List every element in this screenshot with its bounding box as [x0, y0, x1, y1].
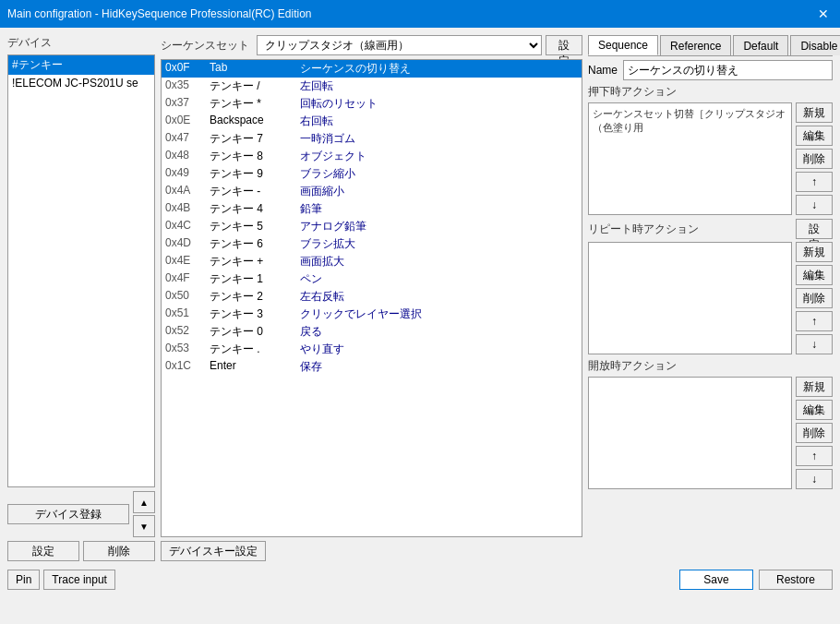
table-row[interactable]: 0x50 テンキー 2 左右反転 [162, 288, 582, 306]
table-row[interactable]: 0x51 テンキー 3 クリックでレイヤー選択 [162, 306, 582, 323]
repeat-down-button[interactable]: ↓ [796, 334, 833, 354]
release-action-area: 新規 編集 削除 ↑ ↓ [588, 377, 833, 489]
title-bar: Main configration - HidKeySequence Profe… [0, 0, 840, 28]
device-arrow-col: ▲ ▼ [133, 491, 155, 537]
top-row: デバイス #テンキー!ELECOM JC-PS201U se デバイス登録 ▲ … [7, 35, 833, 561]
table-row[interactable]: 0x37 テンキー * 回転のリセット [162, 95, 582, 113]
trace-input-button[interactable]: Trace input [43, 570, 115, 590]
repeat-action-area: 新規 編集 削除 ↑ ↓ [588, 242, 833, 354]
table-row[interactable]: 0x4A テンキー - 画面縮小 [162, 183, 582, 200]
release-delete-button[interactable]: 削除 [796, 423, 833, 443]
press-edit-button[interactable]: 編集 [796, 126, 833, 146]
main-content: デバイス #テンキー!ELECOM JC-PS201U se デバイス登録 ▲ … [0, 28, 840, 624]
release-action-label: 開放時アクション [588, 358, 833, 374]
table-row[interactable]: 0x35 テンキー / 左回転 [162, 78, 582, 95]
press-action-label: 押下時アクション [588, 84, 833, 100]
press-action-area: シーケンスセット切替［クリップスタジオ（色塗り用 新規 編集 削除 ↑ ↓ [588, 102, 833, 215]
device-row2: 設定 削除 [7, 541, 155, 561]
table-row[interactable]: 0x0E Backspace 右回転 [162, 113, 582, 130]
name-label: Name [588, 64, 618, 77]
repeat-edit-button[interactable]: 編集 [796, 265, 833, 285]
release-down-button[interactable]: ↓ [796, 469, 833, 489]
repeat-action-buttons: 新規 編集 削除 ↑ ↓ [796, 242, 833, 354]
restore-button[interactable]: Restore [759, 570, 833, 590]
table-row[interactable]: 0x53 テンキー . やり直す [162, 341, 582, 358]
pin-button[interactable]: Pin [7, 570, 40, 590]
press-down-button[interactable]: ↓ [796, 195, 833, 215]
table-row[interactable]: 0x4D テンキー 6 ブラシ拡大 [162, 235, 582, 253]
press-new-button[interactable]: 新規 [796, 102, 833, 123]
repeat-action-section: リピート時アクション 設定 新規 編集 削除 ↑ ↓ [588, 219, 833, 354]
bottom-bar: Pin Trace input Save Restore [7, 567, 833, 593]
name-input[interactable] [623, 60, 833, 80]
tab-default[interactable]: Default [733, 35, 788, 55]
release-action-text [591, 379, 789, 383]
release-action-section: 開放時アクション 新規 編集 削除 ↑ ↓ [588, 358, 833, 489]
device-delete-button[interactable]: 削除 [83, 541, 155, 561]
repeat-delete-button[interactable]: 削除 [796, 288, 833, 308]
sequence-settings-button[interactable]: 設定 [546, 35, 582, 55]
press-action-buttons: 新規 編集 削除 ↑ ↓ [796, 102, 833, 215]
device-down-button[interactable]: ▼ [133, 515, 155, 537]
device-panel-label: デバイス [7, 35, 155, 51]
table-row[interactable]: 0x49 テンキー 9 ブラシ縮小 [162, 165, 582, 183]
sequence-table[interactable]: 0x0F Tab シーケンスの切り替え 0x35 テンキー / 左回転 0x37… [161, 59, 582, 537]
repeat-new-button[interactable]: 新規 [796, 242, 833, 262]
device-row1: デバイス登録 ▲ ▼ [7, 491, 155, 537]
repeat-up-button[interactable]: ↑ [796, 311, 833, 331]
sequence-header: シーケンスセット クリップスタジオ（線画用） 設定 [161, 35, 582, 55]
tab-disable[interactable]: Disable [790, 35, 840, 55]
table-row[interactable]: 0x0F Tab シーケンスの切り替え [162, 60, 582, 78]
repeat-action-list[interactable] [588, 242, 792, 354]
register-device-button[interactable]: デバイス登録 [7, 504, 129, 524]
table-row[interactable]: 0x1C Enter 保存 [162, 358, 582, 376]
bottom-right: Save Restore [679, 570, 833, 590]
table-row[interactable]: 0x4E テンキー + 画面拡大 [162, 253, 582, 270]
device-settings-button[interactable]: 設定 [7, 541, 79, 561]
device-list[interactable]: #テンキー!ELECOM JC-PS201U se [7, 54, 155, 487]
table-row[interactable]: 0x47 テンキー 7 一時消ゴム [162, 130, 582, 148]
release-up-button[interactable]: ↑ [796, 446, 833, 466]
device-key-settings-button[interactable]: デバイスキー設定 [161, 541, 266, 561]
device-list-item[interactable]: !ELECOM JC-PS201U se [8, 75, 154, 91]
press-delete-button[interactable]: 削除 [796, 149, 833, 169]
table-row[interactable]: 0x48 テンキー 8 オブジェクト [162, 148, 582, 165]
release-new-button[interactable]: 新規 [796, 377, 833, 397]
tab-reference[interactable]: Reference [660, 35, 731, 55]
press-action-list[interactable]: シーケンスセット切替［クリップスタジオ（色塗り用 [588, 102, 792, 215]
device-panel: デバイス #テンキー!ELECOM JC-PS201U se デバイス登録 ▲ … [7, 35, 155, 561]
repeat-action-label: リピート時アクション [588, 222, 699, 237]
middle-panel: シーケンスセット クリップスタジオ（線画用） 設定 0x0F Tab シーケンス… [161, 35, 582, 561]
close-icon[interactable]: ✕ [814, 5, 833, 23]
title-text: Main configration - HidKeySequence Profe… [7, 7, 312, 20]
sequence-set-select[interactable]: クリップスタジオ（線画用） [257, 35, 542, 55]
repeat-action-text [591, 245, 789, 248]
device-buttons: デバイス登録 ▲ ▼ 設定 削除 [7, 491, 155, 561]
device-up-button[interactable]: ▲ [133, 491, 155, 513]
sequence-select-wrap: クリップスタジオ（線画用） 設定 [257, 35, 582, 55]
device-list-item[interactable]: #テンキー [8, 55, 154, 75]
release-action-buttons: 新規 編集 削除 ↑ ↓ [796, 377, 833, 489]
table-row[interactable]: 0x4B テンキー 4 鉛筆 [162, 200, 582, 218]
table-row[interactable]: 0x4F テンキー 1 ペン [162, 270, 582, 288]
repeat-settings-button[interactable]: 設定 [796, 219, 833, 239]
tab-sequence[interactable]: Sequence [588, 35, 658, 55]
sequence-set-label: シーケンスセット [161, 38, 249, 54]
save-button[interactable]: Save [679, 570, 753, 590]
table-row[interactable]: 0x4C テンキー 5 アナログ鉛筆 [162, 218, 582, 235]
device-key-btn-row: デバイスキー設定 [161, 541, 582, 561]
bottom-left: Pin Trace input [7, 570, 115, 590]
release-action-list[interactable] [588, 377, 792, 489]
tabs-row: SequenceReferenceDefaultDisable [588, 35, 833, 56]
press-action-text: シーケンスセット切替［クリップスタジオ（色塗り用 [591, 105, 789, 137]
table-row[interactable]: 0x52 テンキー 0 戻る [162, 323, 582, 341]
release-edit-button[interactable]: 編集 [796, 400, 833, 420]
right-panel: SequenceReferenceDefaultDisable Name 押下時… [588, 35, 833, 561]
press-action-section: 押下時アクション シーケンスセット切替［クリップスタジオ（色塗り用 新規 編集 … [588, 84, 833, 215]
name-row: Name [588, 60, 833, 80]
press-up-button[interactable]: ↑ [796, 172, 833, 192]
